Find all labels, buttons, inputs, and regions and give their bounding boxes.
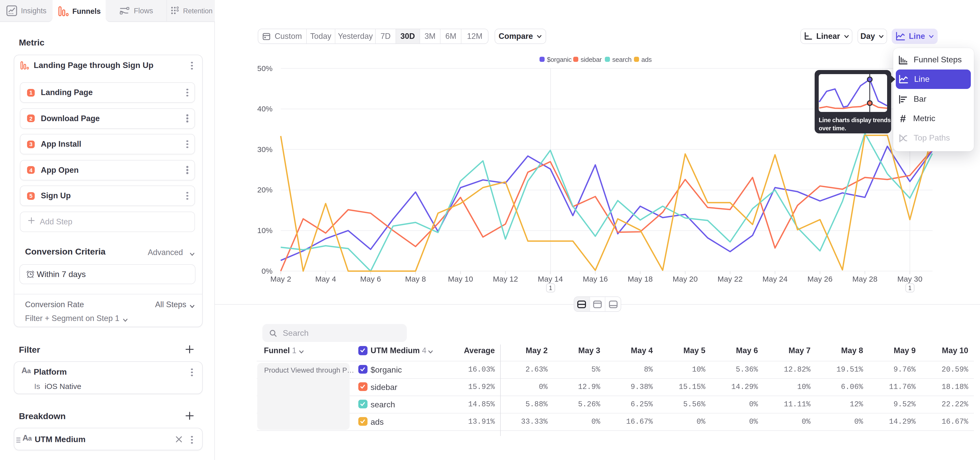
svg-text:May 18: May 18 <box>628 275 652 283</box>
svg-text:May 14: May 14 <box>538 275 563 283</box>
svg-text:May 10: May 10 <box>448 275 473 283</box>
svg-text:May 2: May 2 <box>270 275 291 283</box>
svg-text:May 22: May 22 <box>718 275 743 283</box>
svg-text:1: 1 <box>549 285 552 291</box>
svg-text:May 24: May 24 <box>762 275 788 283</box>
svg-text:50%: 50% <box>257 64 272 73</box>
svg-text:40%: 40% <box>257 104 272 113</box>
svg-text:May 20: May 20 <box>673 275 698 283</box>
svg-text:20%: 20% <box>257 185 272 194</box>
svg-text:May 12: May 12 <box>493 275 518 283</box>
svg-text:May 6: May 6 <box>360 275 381 283</box>
svg-text:10%: 10% <box>257 226 272 235</box>
svg-text:May 26: May 26 <box>808 275 832 283</box>
svg-text:30%: 30% <box>257 145 272 153</box>
svg-text:0%: 0% <box>262 267 272 275</box>
svg-text:May 4: May 4 <box>315 275 336 283</box>
svg-text:May 8: May 8 <box>405 275 426 283</box>
svg-text:May 16: May 16 <box>583 275 608 283</box>
svg-text:May 28: May 28 <box>853 275 877 283</box>
svg-text:1: 1 <box>908 285 912 291</box>
svg-text:May 30: May 30 <box>897 275 922 283</box>
